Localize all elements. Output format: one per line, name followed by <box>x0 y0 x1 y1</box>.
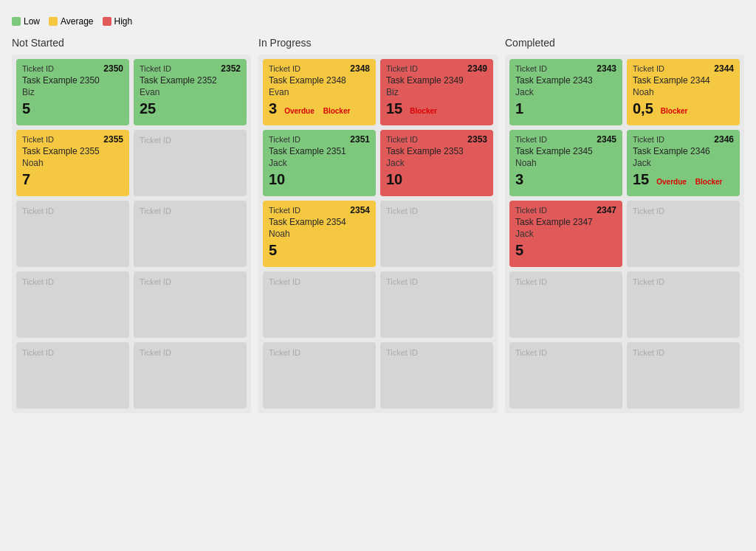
legend-color <box>12 17 21 26</box>
ticket-id: 2348 <box>350 63 370 74</box>
task-card[interactable]: Ticket ID2348Task Example 2348Evan3Overd… <box>263 59 376 125</box>
card-row: Ticket IDTicket ID <box>16 271 247 338</box>
ticket-id: 2343 <box>597 63 616 74</box>
card-number: 25 <box>140 100 156 117</box>
task-card[interactable]: Ticket ID2349Task Example 2349Biz15Block… <box>380 59 493 125</box>
card-number: 15 <box>386 100 402 117</box>
card-number-row: 3OverdueBlocker <box>269 100 370 117</box>
card-row: Ticket ID2347Task Example 2347Jack5Ticke… <box>509 201 740 267</box>
page-wrapper: LowAverageHigh Not StartedTicket ID2350T… <box>12 16 744 413</box>
task-card[interactable]: Ticket ID2347Task Example 2347Jack5 <box>509 201 622 267</box>
card-task: Task Example 2343 <box>515 75 616 86</box>
card-row: Ticket ID2355Task Example 2355Noah7Ticke… <box>16 130 247 196</box>
card-task: Task Example 2350 <box>22 75 123 86</box>
badge-blocker: Blocker <box>407 106 440 116</box>
ticket-row: Ticket ID2349 <box>386 63 487 74</box>
card-assignee: Noah <box>515 158 616 168</box>
card-task: Task Example 2349 <box>386 75 487 86</box>
card-number: 10 <box>386 171 402 188</box>
card-assignee: Noah <box>633 87 734 97</box>
empty-ticket-label: Ticket ID <box>269 348 300 357</box>
column-completed: CompletedTicket ID2343Task Example 2343J… <box>505 37 744 413</box>
task-card[interactable]: Ticket ID2351Task Example 2351Jack10 <box>263 130 376 196</box>
badge-overdue: Overdue <box>281 106 317 116</box>
card-number: 5 <box>515 242 523 259</box>
card-number-row: 10 <box>269 171 370 188</box>
legend: LowAverageHigh <box>12 16 744 27</box>
task-card[interactable]: Ticket ID2355Task Example 2355Noah7 <box>16 130 129 196</box>
task-card: Ticket ID <box>16 271 129 338</box>
task-card[interactable]: Ticket ID2350Task Example 2350Biz5 <box>16 59 129 125</box>
ticket-label: Ticket ID <box>140 64 171 73</box>
task-card: Ticket ID <box>16 342 129 409</box>
card-number: 3 <box>515 171 523 188</box>
card-number-row: 25 <box>140 100 241 117</box>
card-assignee: Noah <box>22 158 123 168</box>
ticket-label: Ticket ID <box>269 135 300 144</box>
ticket-id: 2353 <box>467 134 487 145</box>
ticket-row: Ticket ID2351 <box>269 134 370 145</box>
task-card[interactable]: Ticket ID2346Task Example 2346Jack15Over… <box>627 130 740 196</box>
ticket-id: 2351 <box>350 134 370 145</box>
task-card: Ticket ID <box>380 342 493 409</box>
card-number: 0,5 <box>633 100 653 117</box>
task-card[interactable]: Ticket ID2354Task Example 2354Noah5 <box>263 201 376 267</box>
empty-ticket-label: Ticket ID <box>22 207 54 215</box>
task-card[interactable]: Ticket ID2344Task Example 2344Noah0,5Blo… <box>627 59 740 125</box>
column-title: Completed <box>505 37 744 49</box>
card-row: Ticket ID2354Task Example 2354Noah5Ticke… <box>263 201 493 267</box>
card-number-row: 5 <box>22 100 123 117</box>
ticket-id: 2346 <box>714 134 734 145</box>
ticket-row: Ticket ID2355 <box>22 134 123 145</box>
task-card: Ticket ID <box>627 342 740 409</box>
ticket-label: Ticket ID <box>386 64 418 73</box>
ticket-label: Ticket ID <box>515 135 547 144</box>
empty-ticket-label: Ticket ID <box>22 348 54 357</box>
card-assignee: Biz <box>22 87 123 97</box>
card-badges: OverdueBlocker <box>281 106 353 116</box>
empty-ticket-label: Ticket ID <box>140 277 171 286</box>
ticket-row: Ticket ID2353 <box>386 134 487 145</box>
legend-label: Low <box>24 16 40 27</box>
card-row: Ticket IDTicket ID <box>509 271 740 338</box>
card-assignee: Jack <box>515 87 616 97</box>
column-title: In Progress <box>258 37 498 49</box>
column-title: Not Started <box>12 37 251 49</box>
task-card[interactable]: Ticket ID2343Task Example 2343Jack1 <box>509 59 622 125</box>
legend-item: Average <box>49 16 93 27</box>
empty-ticket-label: Ticket ID <box>633 348 664 357</box>
task-card: Ticket ID <box>509 271 622 338</box>
card-row: Ticket IDTicket ID <box>263 271 493 338</box>
card-task: Task Example 2355 <box>22 146 123 156</box>
card-number-row: 7 <box>22 171 123 188</box>
task-card: Ticket ID <box>134 201 247 267</box>
ticket-row: Ticket ID2347 <box>515 205 616 215</box>
card-row: Ticket ID2345Task Example 2345Noah3Ticke… <box>509 130 740 196</box>
card-number: 5 <box>22 100 30 117</box>
ticket-row: Ticket ID2346 <box>633 134 734 145</box>
card-number-row: 5 <box>515 242 616 259</box>
task-card: Ticket ID <box>263 342 376 409</box>
empty-ticket-label: Ticket ID <box>22 277 54 286</box>
card-assignee: Noah <box>269 229 370 239</box>
task-card: Ticket ID <box>134 271 247 338</box>
task-card[interactable]: Ticket ID2345Task Example 2345Noah3 <box>509 130 622 196</box>
card-number: 1 <box>515 100 523 117</box>
ticket-row: Ticket ID2345 <box>515 134 616 145</box>
column-inner: Ticket ID2350Task Example 2350Biz5Ticket… <box>12 55 251 413</box>
badge-overdue: Overdue <box>653 177 690 187</box>
ticket-row: Ticket ID2348 <box>269 63 370 74</box>
empty-ticket-label: Ticket ID <box>515 348 547 357</box>
card-row: Ticket ID2351Task Example 2351Jack10Tick… <box>263 130 493 196</box>
card-assignee: Jack <box>269 158 370 168</box>
task-card[interactable]: Ticket ID2353Task Example 2353Jack10 <box>380 130 493 196</box>
ticket-row: Ticket ID2354 <box>269 205 370 215</box>
card-task: Task Example 2348 <box>269 75 370 86</box>
ticket-label: Ticket ID <box>515 64 547 73</box>
card-task: Task Example 2345 <box>515 146 616 156</box>
task-card[interactable]: Ticket ID2352Task Example 2352Evan25 <box>134 59 247 125</box>
card-assignee: Jack <box>515 229 616 239</box>
card-number: 7 <box>22 171 30 188</box>
board-container: Not StartedTicket ID2350Task Example 235… <box>12 37 744 413</box>
task-card: Ticket ID <box>380 271 493 338</box>
